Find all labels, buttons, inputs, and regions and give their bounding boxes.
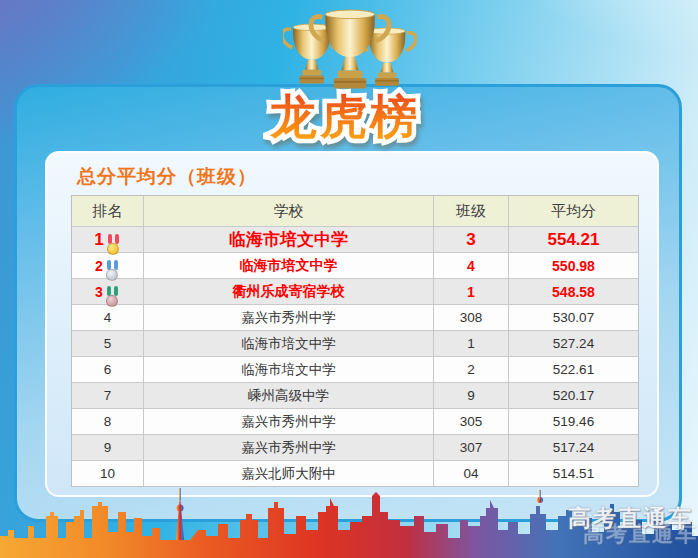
cell-rank: 1 [72,227,144,252]
cell-school: 临海市培文中学 [144,357,434,382]
cell-class: 2 [434,357,509,382]
table-row-rank-9: 9嘉兴市秀州中学307517.24 [72,434,638,460]
cell-school: 衢州乐成寄宿学校 [144,279,434,304]
cell-score: 550.98 [509,253,638,278]
cell-class: 1 [434,279,509,304]
table-row-rank-5: 5临海市培文中学1527.24 [72,330,638,356]
cell-rank: 9 [72,435,144,460]
cell-score: 517.24 [509,435,638,460]
cell-rank: 7 [72,383,144,408]
cell-class: 9 [434,383,509,408]
leaderboard-poster: 总分平均分（班级） 排名学校班级平均分 1临海市培文中学3554.212临海市培… [0,0,698,558]
cell-class: 1 [434,331,509,356]
inner-card-panel: 总分平均分（班级） 排名学校班级平均分 1临海市培文中学3554.212临海市培… [45,151,659,497]
gold-medal-icon [107,234,121,255]
table-row-rank-3: 3衢州乐成寄宿学校1548.58 [72,278,638,304]
cell-score: 554.21 [509,227,638,252]
cell-class: 3 [434,227,509,252]
silver-medal-icon [106,260,120,281]
header-class: 班级 [434,196,509,226]
header-rank: 排名 [72,196,144,226]
cell-rank: 4 [72,305,144,330]
table-row-rank-10: 10嘉兴北师大附中04514.51 [72,460,638,486]
table-row-rank-4: 4嘉兴市秀州中学308530.07 [72,304,638,330]
cell-score: 519.46 [509,409,638,434]
table-row-rank-6: 6临海市培文中学2522.61 [72,356,638,382]
cell-class: 305 [434,409,509,434]
cell-school: 临海市培文中学 [144,331,434,356]
cell-score: 520.17 [509,383,638,408]
score-table: 排名学校班级平均分 1临海市培文中学3554.212临海市培文中学4550.98… [71,195,639,487]
cell-score: 514.51 [509,461,638,486]
table-row-rank-7: 7嵊州高级中学9520.17 [72,382,638,408]
cell-school: 嘉兴市秀州中学 [144,409,434,434]
table-row-rank-8: 8嘉兴市秀州中学305519.46 [72,408,638,434]
cell-rank: 5 [72,331,144,356]
cell-class: 308 [434,305,509,330]
cell-rank: 6 [72,357,144,382]
cell-score: 527.24 [509,331,638,356]
cell-class: 04 [434,461,509,486]
cell-school: 临海市培文中学 [144,227,434,252]
cell-rank: 10 [72,461,144,486]
cell-score: 522.61 [509,357,638,382]
bronze-medal-icon [106,286,120,307]
table-row-rank-1: 1临海市培文中学3554.21 [72,226,638,252]
cell-school: 嘉兴市秀州中学 [144,435,434,460]
header-school: 学校 [144,196,434,226]
cell-score: 530.07 [509,305,638,330]
header-score: 平均分 [509,196,638,226]
watermark: 高考直通车 [568,503,693,534]
page-title: 龙虎榜 龙虎榜 [270,86,470,146]
cell-class: 307 [434,435,509,460]
cell-school: 嘉兴市秀州中学 [144,305,434,330]
table-row-rank-2: 2临海市培文中学4550.98 [72,252,638,278]
cell-class: 4 [434,253,509,278]
cell-school: 嵊州高级中学 [144,383,434,408]
table-header-row: 排名学校班级平均分 [72,196,638,226]
cell-score: 548.58 [509,279,638,304]
subtitle: 总分平均分（班级） [77,164,257,190]
cell-rank: 8 [72,409,144,434]
page-title-text: 龙虎榜 [270,86,420,149]
cell-school: 嘉兴北师大附中 [144,461,434,486]
cell-rank: 3 [72,279,144,304]
outer-blue-panel: 总分平均分（班级） 排名学校班级平均分 1临海市培文中学3554.212临海市培… [14,84,682,522]
cell-school: 临海市培文中学 [144,253,434,278]
cell-rank: 2 [72,253,144,278]
